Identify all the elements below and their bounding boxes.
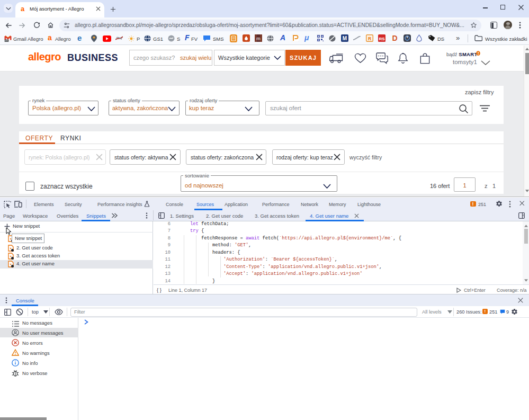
svg-text:R: R: [368, 36, 371, 41]
svg-text:M: M: [343, 35, 347, 41]
svg-text:D: D: [392, 34, 397, 42]
svg-text:100+: 100+: [4, 39, 10, 42]
svg-text:m: m: [256, 36, 261, 41]
svg-text:RS: RS: [379, 37, 385, 41]
